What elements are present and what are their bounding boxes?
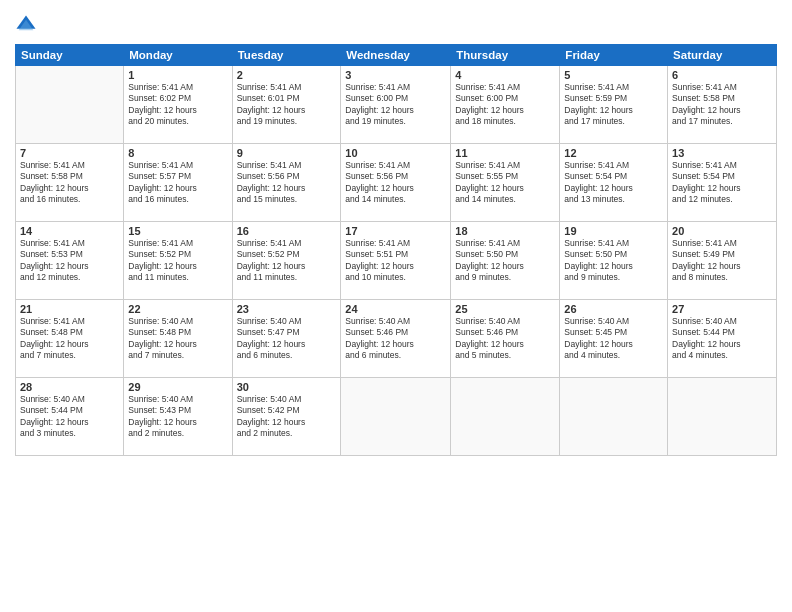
day-header-wednesday: Wednesday xyxy=(341,45,451,66)
calendar-cell xyxy=(451,378,560,456)
day-number: 9 xyxy=(237,147,337,159)
day-info: Sunrise: 5:41 AM Sunset: 5:50 PM Dayligh… xyxy=(564,238,663,284)
logo xyxy=(15,14,41,36)
week-row-3: 14Sunrise: 5:41 AM Sunset: 5:53 PM Dayli… xyxy=(16,222,777,300)
calendar-cell: 14Sunrise: 5:41 AM Sunset: 5:53 PM Dayli… xyxy=(16,222,124,300)
calendar-cell xyxy=(341,378,451,456)
calendar-cell: 5Sunrise: 5:41 AM Sunset: 5:59 PM Daylig… xyxy=(560,66,668,144)
day-header-friday: Friday xyxy=(560,45,668,66)
calendar-cell: 6Sunrise: 5:41 AM Sunset: 5:58 PM Daylig… xyxy=(668,66,777,144)
day-number: 14 xyxy=(20,225,119,237)
day-info: Sunrise: 5:41 AM Sunset: 5:54 PM Dayligh… xyxy=(564,160,663,206)
day-info: Sunrise: 5:40 AM Sunset: 5:46 PM Dayligh… xyxy=(345,316,446,362)
day-number: 8 xyxy=(128,147,227,159)
day-number: 23 xyxy=(237,303,337,315)
day-info: Sunrise: 5:41 AM Sunset: 5:58 PM Dayligh… xyxy=(20,160,119,206)
calendar-table: SundayMondayTuesdayWednesdayThursdayFrid… xyxy=(15,44,777,456)
day-info: Sunrise: 5:40 AM Sunset: 5:48 PM Dayligh… xyxy=(128,316,227,362)
day-number: 30 xyxy=(237,381,337,393)
calendar-cell: 15Sunrise: 5:41 AM Sunset: 5:52 PM Dayli… xyxy=(124,222,232,300)
day-number: 18 xyxy=(455,225,555,237)
day-number: 6 xyxy=(672,69,772,81)
calendar-cell: 30Sunrise: 5:40 AM Sunset: 5:42 PM Dayli… xyxy=(232,378,341,456)
header xyxy=(15,10,777,36)
day-info: Sunrise: 5:40 AM Sunset: 5:45 PM Dayligh… xyxy=(564,316,663,362)
day-info: Sunrise: 5:41 AM Sunset: 5:55 PM Dayligh… xyxy=(455,160,555,206)
calendar-cell: 2Sunrise: 5:41 AM Sunset: 6:01 PM Daylig… xyxy=(232,66,341,144)
calendar-cell: 10Sunrise: 5:41 AM Sunset: 5:56 PM Dayli… xyxy=(341,144,451,222)
day-number: 1 xyxy=(128,69,227,81)
header-row: SundayMondayTuesdayWednesdayThursdayFrid… xyxy=(16,45,777,66)
calendar-cell: 4Sunrise: 5:41 AM Sunset: 6:00 PM Daylig… xyxy=(451,66,560,144)
day-info: Sunrise: 5:40 AM Sunset: 5:46 PM Dayligh… xyxy=(455,316,555,362)
day-number: 11 xyxy=(455,147,555,159)
day-header-sunday: Sunday xyxy=(16,45,124,66)
day-info: Sunrise: 5:40 AM Sunset: 5:42 PM Dayligh… xyxy=(237,394,337,440)
calendar-cell: 12Sunrise: 5:41 AM Sunset: 5:54 PM Dayli… xyxy=(560,144,668,222)
calendar-cell: 3Sunrise: 5:41 AM Sunset: 6:00 PM Daylig… xyxy=(341,66,451,144)
week-row-2: 7Sunrise: 5:41 AM Sunset: 5:58 PM Daylig… xyxy=(16,144,777,222)
day-info: Sunrise: 5:41 AM Sunset: 5:53 PM Dayligh… xyxy=(20,238,119,284)
calendar-cell: 16Sunrise: 5:41 AM Sunset: 5:52 PM Dayli… xyxy=(232,222,341,300)
calendar-cell xyxy=(668,378,777,456)
calendar-cell: 22Sunrise: 5:40 AM Sunset: 5:48 PM Dayli… xyxy=(124,300,232,378)
calendar-cell: 24Sunrise: 5:40 AM Sunset: 5:46 PM Dayli… xyxy=(341,300,451,378)
day-number: 13 xyxy=(672,147,772,159)
day-header-saturday: Saturday xyxy=(668,45,777,66)
week-row-5: 28Sunrise: 5:40 AM Sunset: 5:44 PM Dayli… xyxy=(16,378,777,456)
calendar-cell: 21Sunrise: 5:41 AM Sunset: 5:48 PM Dayli… xyxy=(16,300,124,378)
day-info: Sunrise: 5:40 AM Sunset: 5:44 PM Dayligh… xyxy=(20,394,119,440)
calendar-cell: 1Sunrise: 5:41 AM Sunset: 6:02 PM Daylig… xyxy=(124,66,232,144)
calendar-cell: 25Sunrise: 5:40 AM Sunset: 5:46 PM Dayli… xyxy=(451,300,560,378)
day-info: Sunrise: 5:41 AM Sunset: 5:57 PM Dayligh… xyxy=(128,160,227,206)
calendar-cell xyxy=(560,378,668,456)
day-number: 27 xyxy=(672,303,772,315)
logo-icon xyxy=(15,14,37,36)
day-number: 19 xyxy=(564,225,663,237)
day-number: 20 xyxy=(672,225,772,237)
day-info: Sunrise: 5:41 AM Sunset: 5:50 PM Dayligh… xyxy=(455,238,555,284)
day-number: 29 xyxy=(128,381,227,393)
day-number: 2 xyxy=(237,69,337,81)
day-info: Sunrise: 5:41 AM Sunset: 5:48 PM Dayligh… xyxy=(20,316,119,362)
day-header-tuesday: Tuesday xyxy=(232,45,341,66)
calendar-cell xyxy=(16,66,124,144)
calendar-cell: 23Sunrise: 5:40 AM Sunset: 5:47 PM Dayli… xyxy=(232,300,341,378)
day-number: 10 xyxy=(345,147,446,159)
day-number: 7 xyxy=(20,147,119,159)
day-info: Sunrise: 5:41 AM Sunset: 6:00 PM Dayligh… xyxy=(455,82,555,128)
day-header-thursday: Thursday xyxy=(451,45,560,66)
day-info: Sunrise: 5:41 AM Sunset: 5:51 PM Dayligh… xyxy=(345,238,446,284)
day-number: 21 xyxy=(20,303,119,315)
calendar-cell: 8Sunrise: 5:41 AM Sunset: 5:57 PM Daylig… xyxy=(124,144,232,222)
day-info: Sunrise: 5:41 AM Sunset: 5:54 PM Dayligh… xyxy=(672,160,772,206)
calendar-cell: 20Sunrise: 5:41 AM Sunset: 5:49 PM Dayli… xyxy=(668,222,777,300)
calendar-cell: 11Sunrise: 5:41 AM Sunset: 5:55 PM Dayli… xyxy=(451,144,560,222)
day-info: Sunrise: 5:41 AM Sunset: 5:52 PM Dayligh… xyxy=(237,238,337,284)
day-number: 5 xyxy=(564,69,663,81)
week-row-1: 1Sunrise: 5:41 AM Sunset: 6:02 PM Daylig… xyxy=(16,66,777,144)
calendar-cell: 28Sunrise: 5:40 AM Sunset: 5:44 PM Dayli… xyxy=(16,378,124,456)
day-info: Sunrise: 5:40 AM Sunset: 5:44 PM Dayligh… xyxy=(672,316,772,362)
day-number: 25 xyxy=(455,303,555,315)
page: SundayMondayTuesdayWednesdayThursdayFrid… xyxy=(0,0,792,612)
calendar-cell: 29Sunrise: 5:40 AM Sunset: 5:43 PM Dayli… xyxy=(124,378,232,456)
week-row-4: 21Sunrise: 5:41 AM Sunset: 5:48 PM Dayli… xyxy=(16,300,777,378)
day-info: Sunrise: 5:41 AM Sunset: 5:56 PM Dayligh… xyxy=(237,160,337,206)
day-number: 3 xyxy=(345,69,446,81)
day-number: 17 xyxy=(345,225,446,237)
day-number: 26 xyxy=(564,303,663,315)
calendar-cell: 7Sunrise: 5:41 AM Sunset: 5:58 PM Daylig… xyxy=(16,144,124,222)
calendar-cell: 17Sunrise: 5:41 AM Sunset: 5:51 PM Dayli… xyxy=(341,222,451,300)
calendar-cell: 27Sunrise: 5:40 AM Sunset: 5:44 PM Dayli… xyxy=(668,300,777,378)
day-number: 12 xyxy=(564,147,663,159)
day-info: Sunrise: 5:41 AM Sunset: 6:00 PM Dayligh… xyxy=(345,82,446,128)
day-info: Sunrise: 5:41 AM Sunset: 6:01 PM Dayligh… xyxy=(237,82,337,128)
day-number: 24 xyxy=(345,303,446,315)
calendar-cell: 13Sunrise: 5:41 AM Sunset: 5:54 PM Dayli… xyxy=(668,144,777,222)
day-info: Sunrise: 5:41 AM Sunset: 5:58 PM Dayligh… xyxy=(672,82,772,128)
calendar-cell: 9Sunrise: 5:41 AM Sunset: 5:56 PM Daylig… xyxy=(232,144,341,222)
day-info: Sunrise: 5:41 AM Sunset: 6:02 PM Dayligh… xyxy=(128,82,227,128)
day-number: 15 xyxy=(128,225,227,237)
day-header-monday: Monday xyxy=(124,45,232,66)
